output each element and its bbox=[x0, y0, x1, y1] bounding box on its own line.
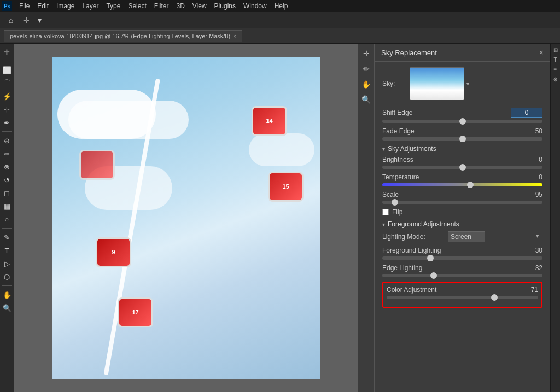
spot-heal-tool[interactable]: ⊕ bbox=[1, 134, 13, 147]
move-tool[interactable]: ✛ bbox=[1, 46, 13, 58]
brightness-slider[interactable] bbox=[382, 166, 542, 169]
shift-edge-slider[interactable] bbox=[382, 120, 542, 123]
hand-tool[interactable]: ✋ bbox=[1, 289, 13, 301]
brush-panel-icon[interactable]: ✏ bbox=[361, 63, 372, 74]
menu-type[interactable]: Type bbox=[102, 1, 124, 11]
marquee-tool[interactable]: ⬜ bbox=[1, 64, 13, 76]
menu-view[interactable]: View bbox=[189, 1, 211, 11]
menu-layer[interactable]: Layer bbox=[78, 1, 102, 11]
tool-separator-4 bbox=[2, 285, 12, 286]
path-select-tool[interactable]: ▷ bbox=[1, 258, 13, 270]
home-icon[interactable]: ⌂ bbox=[4, 14, 18, 27]
menu-help[interactable]: Help bbox=[271, 1, 292, 11]
menu-image[interactable]: Image bbox=[52, 1, 78, 11]
lighting-mode-select[interactable]: Screen Multiply Luminosity bbox=[448, 231, 485, 242]
scale-control: Scale 95 bbox=[382, 191, 542, 204]
cabin-2: 15 bbox=[268, 172, 304, 202]
canvas-image: 14 15 9 17 bbox=[52, 57, 320, 379]
lighting-mode-label: Lighting Mode: bbox=[382, 233, 448, 241]
brush-tool[interactable]: ✏ bbox=[1, 148, 13, 160]
fade-edge-control: Fade Edge 50 bbox=[382, 127, 542, 141]
right-sidebar-btn-4[interactable]: ⚙ bbox=[552, 75, 559, 83]
crop-tool[interactable]: ⊹ bbox=[1, 103, 13, 115]
edge-lighting-thumb[interactable] bbox=[430, 272, 437, 279]
sky-dropdown-icon[interactable]: ▾ bbox=[466, 81, 469, 87]
dodge-tool[interactable]: ○ bbox=[1, 213, 13, 225]
fade-edge-thumb[interactable] bbox=[459, 136, 466, 142]
move-panel-icon[interactable]: ✛ bbox=[361, 48, 372, 59]
cloud-4 bbox=[249, 133, 314, 166]
brightness-control: Brightness 0 bbox=[382, 156, 542, 169]
clone-tool[interactable]: ⊗ bbox=[1, 161, 13, 173]
sky-selector: Sky: ▾ bbox=[382, 67, 542, 100]
scale-thumb[interactable] bbox=[392, 199, 398, 206]
toolbar: ⌂ ✛ ▾ bbox=[0, 12, 560, 28]
temperature-thumb[interactable] bbox=[467, 182, 474, 188]
menu-plugins[interactable]: Plugins bbox=[211, 1, 240, 11]
shape-tool[interactable]: ⬡ bbox=[1, 271, 13, 283]
cabin-5 bbox=[79, 150, 115, 180]
scale-slider[interactable] bbox=[382, 201, 542, 204]
sky-adjustments-label: Sky Adjustments bbox=[388, 145, 436, 153]
pen-tool[interactable]: ✎ bbox=[1, 231, 13, 243]
eyedropper-tool[interactable]: ✒ bbox=[1, 116, 13, 128]
temperature-slider[interactable] bbox=[382, 183, 542, 186]
gradient-tool[interactable]: ▦ bbox=[1, 200, 13, 212]
menu-edit[interactable]: Edit bbox=[33, 1, 52, 11]
shift-edge-thumb[interactable] bbox=[459, 118, 466, 125]
zoom-panel-icon[interactable]: 🔍 bbox=[361, 94, 372, 105]
shift-edge-input[interactable] bbox=[511, 108, 542, 118]
hand-panel-icon[interactable]: ✋ bbox=[361, 79, 372, 90]
tool-separator-2 bbox=[2, 131, 12, 132]
shift-edge-label: Shift Edge bbox=[382, 109, 412, 116]
edge-lighting-control: Edge Lighting 32 bbox=[382, 264, 542, 277]
quick-select-tool[interactable]: ⚡ bbox=[1, 90, 13, 102]
cabin-3: 9 bbox=[96, 237, 131, 267]
panel-close-button[interactable]: × bbox=[539, 48, 544, 57]
right-sidebar: ⊞ T ≡ ⚙ bbox=[550, 44, 560, 392]
foreground-lighting-slider[interactable] bbox=[382, 256, 542, 260]
menu-file[interactable]: File bbox=[15, 1, 33, 11]
tab-close-button[interactable]: × bbox=[233, 33, 236, 39]
right-sidebar-btn-1[interactable]: ⊞ bbox=[552, 46, 559, 54]
menu-filter[interactable]: Filter bbox=[150, 1, 173, 11]
left-toolbar: ✛ ⬜ ⌒ ⚡ ⊹ ✒ ⊕ ✏ ⊗ ↺ ◻ ▦ ○ ✎ T ▷ ⬡ ✋ 🔍 bbox=[0, 44, 14, 392]
temperature-value: 0 bbox=[539, 173, 542, 181]
scale-value: 95 bbox=[535, 191, 542, 198]
edge-lighting-slider[interactable] bbox=[382, 274, 542, 277]
move-tool-icon[interactable]: ✛ bbox=[20, 14, 33, 27]
canvas-area: 14 15 9 17 bbox=[14, 44, 358, 392]
app-logo: Ps bbox=[2, 1, 12, 11]
type-tool[interactable]: T bbox=[1, 244, 13, 256]
sky-thumbnail[interactable] bbox=[410, 67, 464, 100]
foreground-adjustments-header[interactable]: ▾ Foreground Adjustments bbox=[382, 220, 542, 228]
menu-select[interactable]: Select bbox=[124, 1, 150, 11]
zoom-tool[interactable]: 🔍 bbox=[1, 302, 13, 314]
foreground-lighting-control: Foreground Lighting 30 bbox=[382, 247, 542, 260]
menu-3d[interactable]: 3D bbox=[172, 1, 188, 11]
right-sidebar-btn-3[interactable]: ≡ bbox=[552, 66, 559, 73]
menu-window[interactable]: Window bbox=[240, 1, 271, 11]
sky-adjustments-header[interactable]: ▾ Sky Adjustments bbox=[382, 145, 542, 153]
eraser-tool[interactable]: ◻ bbox=[1, 187, 13, 199]
panel-titlebar: Sky Replacement × bbox=[375, 44, 550, 62]
edge-lighting-value: 32 bbox=[535, 264, 542, 272]
color-adjustment-thumb[interactable] bbox=[491, 294, 498, 301]
brightness-thumb[interactable] bbox=[459, 164, 466, 171]
lighting-mode-row: Lighting Mode: Screen Multiply Luminosit… bbox=[382, 231, 542, 242]
tool-separator-1 bbox=[2, 61, 12, 61]
lasso-tool[interactable]: ⌒ bbox=[1, 77, 13, 89]
flip-checkbox[interactable] bbox=[382, 209, 389, 215]
panel-content: Sky: ▾ Shift Edge bbox=[375, 62, 550, 392]
right-sidebar-btn-2[interactable]: T bbox=[552, 56, 559, 63]
toolbar-dropdown-icon[interactable]: ▾ bbox=[33, 14, 46, 27]
fade-edge-slider[interactable] bbox=[382, 137, 542, 141]
tab-filename: pexels-elina-volkova-18403914.jpg @ 16.7… bbox=[10, 33, 230, 39]
foreground-lighting-value: 30 bbox=[535, 247, 542, 254]
foreground-adjustments-chevron: ▾ bbox=[382, 221, 385, 227]
color-adjustment-control: Color Adjustment 71 bbox=[387, 286, 538, 299]
color-adjustment-slider[interactable] bbox=[387, 296, 538, 299]
history-brush-tool[interactable]: ↺ bbox=[1, 174, 13, 186]
active-tab[interactable]: pexels-elina-volkova-18403914.jpg @ 16.7… bbox=[4, 30, 242, 42]
foreground-lighting-thumb[interactable] bbox=[427, 255, 434, 261]
